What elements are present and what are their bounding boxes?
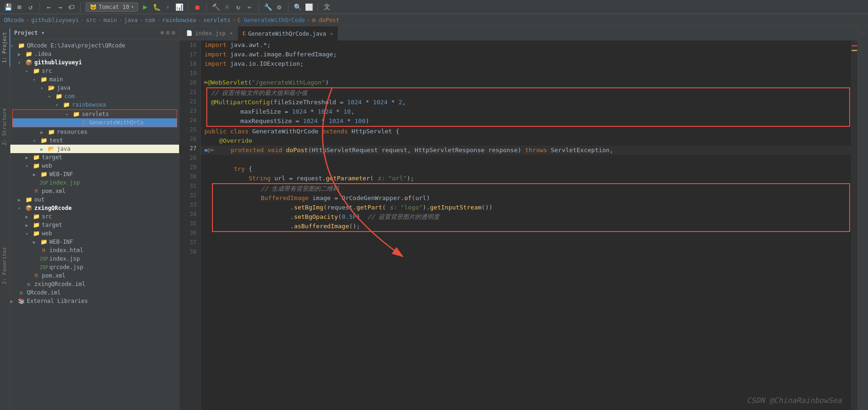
separator-3 <box>188 2 188 12</box>
tree-item-qrcode-jsp[interactable]: JSP qrcode.jsp <box>10 263 179 271</box>
search2-icon[interactable]: ⬜ <box>305 3 313 11</box>
save-icon[interactable]: 💾 <box>4 3 12 11</box>
favorites-tab[interactable]: 2: Favorites <box>0 243 10 288</box>
project-options-icon[interactable]: ⊕ <box>161 29 164 36</box>
tree-item-GenerateWithQrCode[interactable]: C GenerateWithQrCo <box>13 118 177 127</box>
breadcrumb-main[interactable]: main <box>103 17 117 23</box>
code-content-area[interactable]: import java.awt.*; import java.awt.image… <box>201 40 851 410</box>
tree-item-zxing-src[interactable]: ▶ 📁 src <box>10 212 179 221</box>
run-config-dropdown-icon: ▾ <box>131 4 134 9</box>
tab-index-jsp[interactable]: 📄 index.jsp ✕ <box>181 26 238 40</box>
folder-icon: 📁 <box>32 154 40 161</box>
jsp-file-icon: 📄 <box>186 30 193 36</box>
tree-label: resources <box>57 129 87 135</box>
tree-item-index2-jsp[interactable]: JSP index.jsp <box>10 255 179 263</box>
project-settings-icon[interactable]: ⚙ <box>172 29 175 36</box>
git2-icon[interactable]: ⑃ <box>223 3 231 11</box>
tree-item-qrcode-iml[interactable]: ⊞ QRcode.iml <box>10 288 179 297</box>
tree-label: zxingQRcode <box>34 205 71 211</box>
right-tab-1[interactable]: ⋮ <box>859 28 868 39</box>
breadcrumb-method[interactable]: m doPost <box>312 17 339 23</box>
tree-item-zxingqrcode-iml[interactable]: ⊞ zxingQRcode.iml <box>10 280 179 288</box>
tab-generate-java[interactable]: C GenerateWithQrCode.java ✕ <box>238 26 338 40</box>
code-line-35: .asBufferedImage(); <box>213 222 849 231</box>
bookmark-icon[interactable]: 🏷 <box>67 3 76 11</box>
refresh-icon[interactable]: ↻ <box>234 3 242 11</box>
git-icon[interactable]: ⊞ <box>15 3 23 11</box>
tree-label: java <box>57 146 70 152</box>
folder-icon: 📁 <box>32 230 40 237</box>
run-button[interactable]: ▶ <box>141 3 149 11</box>
sync-icon[interactable]: ↺ <box>26 3 35 11</box>
tree-label: qrcode.jsp <box>49 264 83 271</box>
tree-item-main[interactable]: ▾ 📁 main <box>10 75 179 84</box>
breadcrumb-qrcode[interactable]: QRcode <box>4 17 24 23</box>
tree-item-out[interactable]: ▶ 📁 out <box>10 195 179 204</box>
tree-item-zxing-pom[interactable]: M pom.xml <box>10 271 179 280</box>
tree-item-web[interactable]: ▾ 📁 web <box>10 162 179 170</box>
coverage-button[interactable]: ⚡ <box>164 3 172 11</box>
structure-tab[interactable]: Z: Structure <box>0 104 10 149</box>
editor-tab-bar: 📄 index.jsp ✕ C GenerateWithQrCode.java … <box>180 26 858 40</box>
xml-icon: M <box>32 188 40 194</box>
breadcrumb-class[interactable]: C GenerateWithQrCode <box>238 17 305 23</box>
back2-icon[interactable]: ⇐ <box>245 3 254 11</box>
code-line-23: maxFileSize = 1024 * 1024 * 10, <box>207 107 849 116</box>
tree-item-web-inf[interactable]: ▶ 📁 WEB-INF <box>10 170 179 178</box>
tree-item-target[interactable]: ▶ 📁 target <box>10 153 179 162</box>
highlighted-section: ▾ 📁 servlets C GenerateWithQrCo <box>12 109 177 127</box>
tab-close-button[interactable]: ✕ <box>230 31 233 36</box>
tree-item-qrcode-root[interactable]: ▾ 📁 QRcode E:\Java\project\QRcode <box>10 41 179 50</box>
build-icon[interactable]: 🔨 <box>211 3 220 11</box>
search-icon[interactable]: 🔍 <box>293 3 302 11</box>
breadcrumb-com[interactable]: com <box>145 17 155 23</box>
tree-item-zxingQRcode[interactable]: ▾ 📦 zxingQRcode <box>10 204 179 212</box>
breadcrumb-rainbowsea[interactable]: rainbowsea <box>162 17 196 23</box>
debug-button[interactable]: 🐛 <box>152 3 161 11</box>
tree-item-index-jsp[interactable]: JSP index.jsp <box>10 178 179 187</box>
tree-label: External Libraries <box>27 298 88 304</box>
tree-item-com[interactable]: ▾ 📁 com <box>10 92 179 101</box>
folder-icon: 📁 <box>32 162 40 169</box>
project-panel-header: Project ▾ ⊕ ≡ ⚙ <box>10 26 179 39</box>
breadcrumb-servlets[interactable]: servlets <box>203 17 231 23</box>
profile-button[interactable]: 📊 <box>175 3 183 11</box>
tree-item-test-java[interactable]: ▶ 📂 java <box>10 145 179 153</box>
run-config-selector[interactable]: 🐱 Tomcat 10 ▾ <box>86 2 138 12</box>
tree-item-pom-xml[interactable]: M pom.xml <box>10 187 179 195</box>
breadcrumb-src[interactable]: src <box>86 17 96 23</box>
tree-item-zxing-web[interactable]: ▾ 📁 web <box>10 229 179 238</box>
project-collapse-icon[interactable]: ≡ <box>166 29 170 36</box>
code-line-22: @MultipartConfig(fileSizeThreshold = 102… <box>207 98 849 107</box>
tree-item-servlets[interactable]: ▾ 📁 servlets <box>13 110 177 118</box>
line-num-38: 38 <box>180 247 196 256</box>
tree-item-test[interactable]: ▾ 📁 test <box>10 136 179 145</box>
project-tab[interactable]: 1: Project <box>0 28 10 67</box>
tree-label: src <box>42 68 52 74</box>
library-icon: 📚 <box>17 298 25 304</box>
tree-item-zxing-target[interactable]: ▶ 📁 target <box>10 221 179 229</box>
tree-item-idea[interactable]: ▶ 📁 .idea <box>10 50 179 58</box>
tree-label: index.jsp <box>49 255 80 262</box>
package-icon: 📁 <box>55 93 63 100</box>
tree-item-index-html[interactable]: H index.html <box>10 246 179 255</box>
tree-item-external-libraries[interactable]: ▶ 📚 External Libraries <box>10 297 179 305</box>
wrench-icon[interactable]: 🔧 <box>264 3 272 11</box>
breadcrumb-java[interactable]: java <box>124 17 138 23</box>
tree-label: com <box>64 93 75 100</box>
tree-item-java-src[interactable]: ▾ 📂 java <box>10 84 179 92</box>
settings-icon[interactable]: ⚙ <box>275 3 283 11</box>
breadcrumb-githubliuyueyi[interactable]: githubliuyueyi <box>31 17 79 23</box>
tab-close-button[interactable]: ✕ <box>330 31 333 36</box>
back-icon[interactable]: ← <box>45 3 53 11</box>
tree-item-githubliuyueyi[interactable]: ▾ 📦 githubliuyueyi <box>10 58 179 67</box>
stop-button[interactable]: ■ <box>193 3 202 11</box>
translate-icon[interactable]: 文 <box>323 3 331 11</box>
tree-item-src[interactable]: ▾ 📁 src <box>10 67 179 75</box>
forward-icon[interactable]: → <box>56 3 64 11</box>
tree-item-resources[interactable]: ▶ 📁 resources <box>10 128 179 136</box>
tree-item-zxing-webinf[interactable]: ▶ 📁 WEB-INF <box>10 238 179 246</box>
right-sidebar-tabs: ⋮ <box>858 26 868 410</box>
tree-item-rainbowsea[interactable]: ▾ 📁 rainbowsea <box>10 101 179 109</box>
separator-7 <box>318 2 318 12</box>
